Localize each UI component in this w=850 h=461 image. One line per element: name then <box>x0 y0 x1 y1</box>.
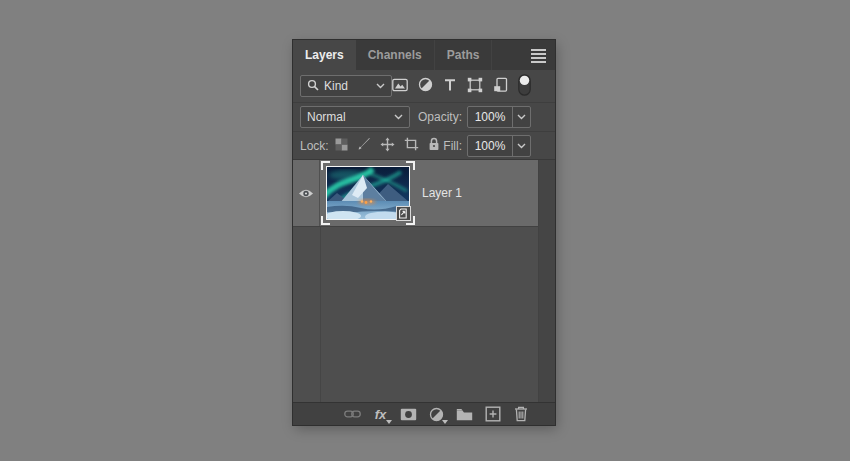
layer-visibility-cell[interactable] <box>293 160 320 226</box>
shape-layer-filter-icon[interactable] <box>467 77 483 96</box>
magnifier-icon <box>307 79 319 94</box>
desktop-background: Layers Channels Paths Kind <box>0 0 850 461</box>
fill-field: 100% <box>467 135 531 157</box>
layer-type-filters <box>392 74 531 99</box>
lock-label: Lock: <box>300 139 329 153</box>
filter-kind-label: Kind <box>324 79 348 93</box>
lock-bar: Lock: Fill: 100% <box>293 132 555 160</box>
layer-style-fx-icon[interactable]: fx <box>372 406 389 423</box>
eye-icon <box>298 188 314 199</box>
adjustment-layer-filter-icon[interactable] <box>418 77 433 95</box>
blend-bar: Normal Opacity: 100% <box>293 103 555 132</box>
tab-layers[interactable]: Layers <box>293 40 356 70</box>
smart-object-badge-icon <box>396 206 411 221</box>
layers-panel: Layers Channels Paths Kind <box>293 40 555 425</box>
selection-bracket <box>406 161 415 170</box>
selection-bracket <box>321 161 330 170</box>
panel-tab-strip: Layers Channels Paths <box>293 40 555 70</box>
lock-all-icon[interactable] <box>428 137 440 154</box>
lock-artboard-nesting-icon[interactable] <box>404 137 419 154</box>
lock-buttons <box>335 137 440 155</box>
layer-row[interactable]: Layer 1 <box>293 160 538 227</box>
new-adjustment-layer-icon[interactable] <box>428 406 445 423</box>
chevron-down-icon <box>394 114 403 120</box>
chevron-down-icon <box>517 114 526 120</box>
layers-list: Layer 1 <box>293 160 555 402</box>
tab-paths[interactable]: Paths <box>435 40 493 70</box>
opacity-dropdown-button[interactable] <box>512 107 530 127</box>
opacity-value[interactable]: 100% <box>468 107 512 127</box>
fill-label: Fill: <box>443 139 462 153</box>
smart-object-filter-icon[interactable] <box>493 77 508 96</box>
lock-position-icon[interactable] <box>380 137 395 155</box>
caret-down-icon <box>386 420 392 424</box>
layer-thumbnail-cell[interactable] <box>320 166 416 220</box>
filter-kind-dropdown[interactable]: Kind <box>300 75 392 97</box>
add-layer-mask-icon[interactable] <box>400 406 417 423</box>
filter-bar: Kind <box>293 70 555 103</box>
fill-dropdown-button[interactable] <box>512 136 530 156</box>
fill-value[interactable]: 100% <box>468 136 512 156</box>
panel-footer-bar: fx <box>293 402 555 425</box>
opacity-field: 100% <box>467 106 531 128</box>
chevron-down-icon <box>376 83 385 89</box>
tab-channels[interactable]: Channels <box>356 40 435 70</box>
chevron-down-icon <box>517 143 526 149</box>
layer-name[interactable]: Layer 1 <box>422 186 462 200</box>
lock-image-pixels-icon[interactable] <box>357 137 371 154</box>
blend-mode-value: Normal <box>307 110 346 124</box>
lock-transparent-pixels-icon[interactable] <box>335 138 348 154</box>
opacity-label: Opacity: <box>418 110 462 124</box>
hamburger-menu-icon[interactable] <box>531 49 546 63</box>
delete-layer-icon[interactable] <box>512 406 529 423</box>
pixel-layer-filter-icon[interactable] <box>392 78 408 95</box>
type-layer-filter-icon[interactable] <box>443 78 457 95</box>
new-layer-icon[interactable] <box>484 406 501 423</box>
layer-filtering-toggle[interactable] <box>518 74 531 99</box>
scrollbar-gutter[interactable] <box>538 160 555 402</box>
caret-down-icon <box>442 420 448 424</box>
new-group-icon[interactable] <box>456 406 473 423</box>
link-layers-icon[interactable] <box>344 406 361 423</box>
selection-bracket <box>321 216 330 225</box>
blend-mode-dropdown[interactable]: Normal <box>300 106 410 128</box>
